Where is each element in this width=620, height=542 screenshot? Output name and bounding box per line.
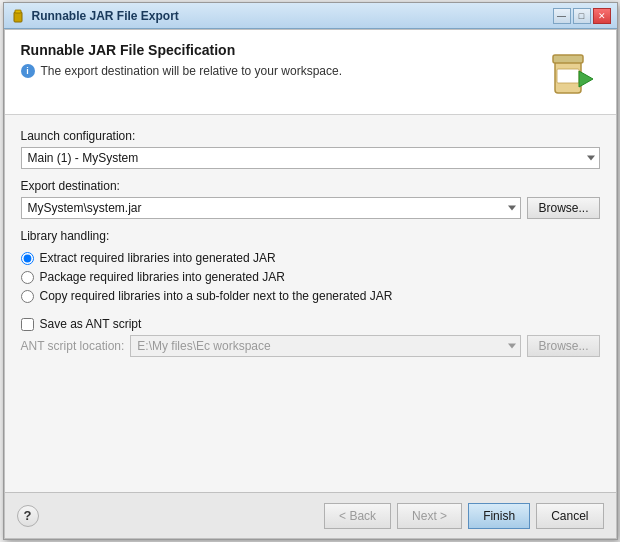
ant-input-wrapper: E:\My files\Ec workspace [130,335,521,357]
window-title: Runnable JAR File Export [32,9,179,23]
ant-location-row: ANT script location: E:\My files\Ec work… [21,335,600,357]
svg-rect-4 [557,69,579,83]
ant-location-label: ANT script location: [21,339,125,353]
jar-graphic [540,42,600,102]
radio-copy[interactable] [21,290,34,303]
radio-item-extract[interactable]: Extract required libraries into generate… [21,251,600,265]
back-button[interactable]: < Back [324,503,391,529]
minimize-button[interactable]: — [553,8,571,24]
radio-item-package[interactable]: Package required libraries into generate… [21,270,600,284]
radio-group: Extract required libraries into generate… [21,247,600,307]
launch-config-select[interactable]: Main (1) - MySystem [21,147,600,169]
cancel-button[interactable]: Cancel [536,503,603,529]
close-button[interactable]: ✕ [593,8,611,24]
footer-left: ? [17,505,39,527]
save-ant-item[interactable]: Save as ANT script [21,317,600,331]
library-handling-label: Library handling: [21,229,600,243]
svg-marker-5 [579,71,593,87]
title-bar: Runnable JAR File Export — □ ✕ [4,3,617,29]
launch-config-group: Launch configuration: Main (1) - MySyste… [21,129,600,169]
title-buttons: — □ ✕ [553,8,611,24]
launch-config-wrapper: Main (1) - MySystem [21,147,600,169]
maximize-button[interactable]: □ [573,8,591,24]
finish-button[interactable]: Finish [468,503,530,529]
footer: ? < Back Next > Finish Cancel [5,492,616,538]
radio-package-label: Package required libraries into generate… [40,270,285,284]
export-dest-row: MySystem\system.jar Browse... [21,197,600,219]
header-description: The export destination will be relative … [41,64,342,78]
radio-item-copy[interactable]: Copy required libraries into a sub-folde… [21,289,600,303]
content-area: Runnable JAR File Specification i The ex… [4,29,617,539]
save-ant-checkbox[interactable] [21,318,34,331]
launch-config-value: Main (1) - MySystem [28,151,139,165]
title-bar-left: Runnable JAR File Export [10,8,179,24]
radio-extract-label: Extract required libraries into generate… [40,251,276,265]
export-dest-input[interactable]: MySystem\system.jar [21,197,522,219]
help-button[interactable]: ? [17,505,39,527]
header-section: Runnable JAR File Specification i The ex… [5,30,616,115]
page-title: Runnable JAR File Specification [21,42,540,58]
export-dest-label: Export destination: [21,179,600,193]
footer-right: < Back Next > Finish Cancel [324,503,603,529]
ant-location-arrow-icon [508,344,516,349]
radio-extract[interactable] [21,252,34,265]
header-left: Runnable JAR File Specification i The ex… [21,42,540,78]
body-section: Launch configuration: Main (1) - MySyste… [5,115,616,371]
export-dest-arrow-icon [508,206,516,211]
header-info: i The export destination will be relativ… [21,64,540,78]
main-window: Runnable JAR File Export — □ ✕ Runnable … [3,2,618,540]
export-dest-value: MySystem\system.jar [28,201,142,215]
export-dest-group: Export destination: MySystem\system.jar … [21,179,600,219]
save-ant-label: Save as ANT script [40,317,142,331]
svg-rect-0 [14,12,22,22]
ant-browse-button: Browse... [527,335,599,357]
launch-config-arrow-icon [587,156,595,161]
info-icon: i [21,64,35,78]
svg-rect-1 [15,10,21,13]
next-button[interactable]: Next > [397,503,462,529]
radio-copy-label: Copy required libraries into a sub-folde… [40,289,393,303]
ant-location-input: E:\My files\Ec workspace [130,335,521,357]
export-browse-button[interactable]: Browse... [527,197,599,219]
library-handling-group: Library handling: Extract required libra… [21,229,600,307]
ant-script-group: Save as ANT script ANT script location: … [21,317,600,357]
launch-config-label: Launch configuration: [21,129,600,143]
export-dest-wrapper: MySystem\system.jar [21,197,522,219]
ant-location-value: E:\My files\Ec workspace [137,339,270,353]
radio-package[interactable] [21,271,34,284]
spacer [5,371,616,492]
svg-rect-3 [553,55,583,63]
window-icon [10,8,26,24]
